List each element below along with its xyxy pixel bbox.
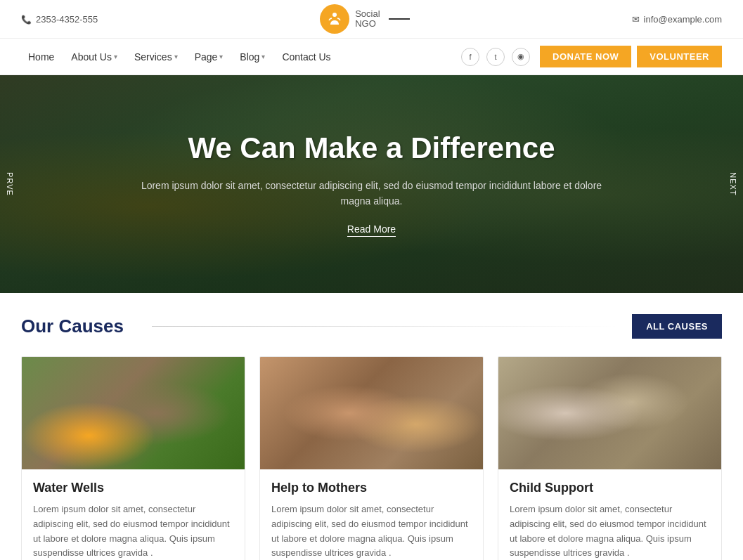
email-area: info@example.com — [632, 14, 722, 25]
causes-header: Our Causes ALL CAUSES — [21, 314, 722, 339]
cause-card-water-wells: Water Wells Lorem ipsum dolor sit amet, … — [21, 356, 245, 560]
top-bar: 2353-4352-555 Social NGO info@example.co… — [0, 0, 743, 39]
hero-description: Lorem ipsum dolor sit amet, consectetur … — [126, 178, 618, 209]
causes-section: Our Causes ALL CAUSES Water Wells Lorem … — [0, 293, 743, 560]
cause-title-2: Help to Mothers — [271, 481, 472, 495]
hero-section: PRVE We Can Make a Difference Lorem ipsu… — [0, 75, 743, 293]
cause-card-children: Child Support Lorem ipsum dolor sit amet… — [498, 356, 722, 560]
cause-title-1: Water Wells — [33, 481, 233, 495]
nav-home[interactable]: Home — [21, 46, 61, 68]
cause-card-body-1: Water Wells Lorem ipsum dolor sit amet, … — [22, 469, 245, 560]
logo-area: Social NGO — [320, 4, 409, 34]
email-address: info@example.com — [644, 14, 722, 25]
nav-about[interactable]: About Us ▾ — [64, 46, 124, 68]
causes-title: Our Causes — [21, 315, 124, 337]
instagram-icon[interactable]: ◉ — [512, 48, 530, 66]
logo-divider — [389, 18, 410, 20]
svg-point-0 — [332, 13, 337, 17]
chevron-down-icon: ▾ — [219, 53, 223, 60]
hero-prev-button[interactable]: PRVE — [6, 172, 14, 196]
social-links: f t ◉ — [461, 48, 530, 66]
chevron-down-icon: ▾ — [261, 53, 265, 60]
all-causes-button[interactable]: ALL CAUSES — [632, 314, 722, 339]
hero-content: We Can Make a Difference Lorem ipsum dol… — [126, 131, 618, 237]
cause-title-3: Child Support — [510, 481, 710, 495]
nav-contact[interactable]: Contact Us — [275, 46, 337, 68]
donate-now-button[interactable]: DONATE NOW — [540, 46, 631, 67]
nav-services[interactable]: Services ▾ — [127, 46, 185, 68]
cause-desc-3: Lorem ipsum dolor sit amet, consectetur … — [510, 502, 710, 560]
volunteer-button[interactable]: VOLUNTEER — [637, 46, 722, 67]
nav-buttons: DONATE NOW VOLUNTEER — [540, 46, 722, 67]
hero-read-more-link[interactable]: Read More — [347, 223, 396, 237]
phone-area: 2353-4352-555 — [21, 14, 98, 25]
email-icon — [632, 14, 640, 25]
phone-icon — [21, 14, 32, 25]
cause-image-children — [498, 357, 721, 469]
causes-title-area: Our Causes — [21, 315, 632, 337]
cause-card-body-3: Child Support Lorem ipsum dolor sit amet… — [498, 469, 721, 560]
chevron-down-icon: ▾ — [174, 53, 178, 60]
logo-text-area: Social NGO — [355, 9, 380, 30]
hero-title: We Can Make a Difference — [126, 131, 618, 165]
chevron-down-icon: ▾ — [114, 53, 117, 60]
nav-page[interactable]: Page ▾ — [188, 46, 231, 68]
cause-desc-1: Lorem ipsum dolor sit amet, consectetur … — [33, 502, 233, 560]
facebook-icon[interactable]: f — [461, 48, 479, 66]
cause-image-water-wells — [22, 357, 245, 469]
logo-brand: Social NGO — [355, 9, 380, 30]
nav-blog[interactable]: Blog ▾ — [233, 46, 272, 68]
phone-number: 2353-4352-555 — [36, 14, 98, 25]
logo-icon — [320, 4, 349, 34]
nav-links: Home About Us ▾ Services ▾ Page ▾ Blog ▾… — [21, 46, 338, 68]
navbar: Home About Us ▾ Services ▾ Page ▾ Blog ▾… — [0, 39, 743, 75]
cause-card-mothers: Help to Mothers Lorem ipsum dolor sit am… — [259, 356, 484, 560]
cause-desc-2: Lorem ipsum dolor sit amet, consectetur … — [271, 502, 472, 560]
cause-card-body-2: Help to Mothers Lorem ipsum dolor sit am… — [260, 469, 483, 560]
cause-image-mothers — [260, 357, 483, 469]
causes-divider — [152, 326, 618, 327]
twitter-icon[interactable]: t — [486, 48, 505, 66]
hero-next-button[interactable]: NEXT — [729, 172, 737, 195]
causes-grid: Water Wells Lorem ipsum dolor sit amet, … — [21, 356, 722, 560]
